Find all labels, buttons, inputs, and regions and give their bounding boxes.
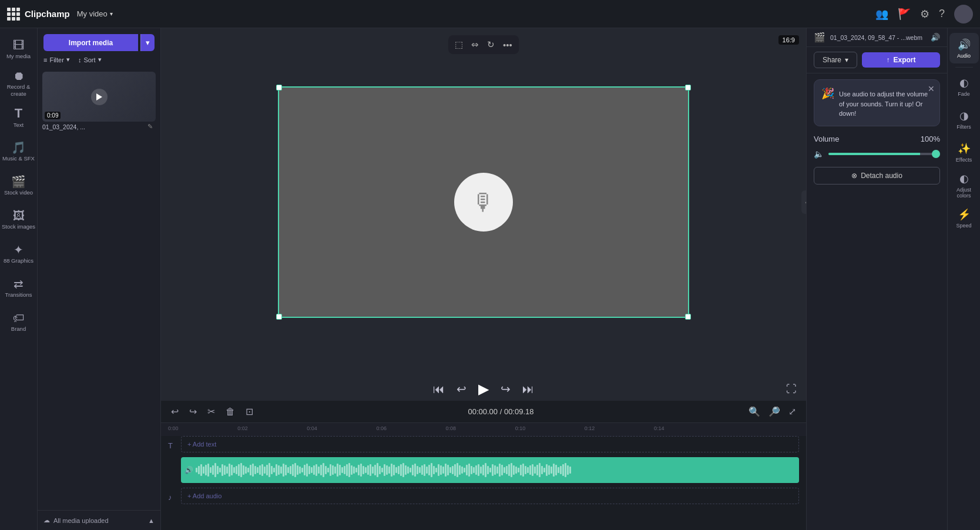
- ruler-mark: 0:12: [585, 425, 595, 431]
- more-options-button[interactable]: •••: [500, 38, 515, 52]
- ruler-mark: 0:04: [307, 425, 317, 431]
- rewind-button[interactable]: ↩: [457, 382, 466, 396]
- flag-button[interactable]: 🚩: [898, 8, 911, 21]
- share-button[interactable]: Share ▾: [814, 52, 857, 68]
- fade-icon: ◐: [959, 76, 969, 89]
- speed-panel-button[interactable]: ⚡ Speed: [949, 203, 979, 233]
- media-panel: Import media ▾ ≡ Filter ▾ ↕ Sort ▾: [38, 28, 161, 530]
- video-file-icon: 🎬: [814, 32, 825, 43]
- import-dropdown-button[interactable]: ▾: [140, 34, 155, 51]
- video-track-row: 🔊: [168, 457, 799, 485]
- import-button-row: Import media ▾: [43, 34, 155, 51]
- speed-icon: ⚡: [958, 208, 971, 221]
- sidebar-item-transitions[interactable]: ⇄ Transitions: [2, 271, 36, 304]
- sidebar-item-label: Text: [14, 122, 24, 128]
- sidebar-item-label: Transitions: [5, 291, 32, 298]
- audio-icon: 🔊: [958, 38, 971, 51]
- transitions-icon: ⇄: [14, 278, 24, 290]
- flip-button[interactable]: ⇔: [468, 38, 482, 52]
- audio-panel-button[interactable]: 🔊 Audio: [949, 33, 979, 63]
- sidebar-item-stock-video[interactable]: 🎬 Stock video: [2, 169, 36, 202]
- volume-slider[interactable]: [828, 153, 940, 155]
- adjust-colors-panel-button[interactable]: ◐ Adjust colors: [949, 170, 979, 200]
- audio-clip-container: 🔊: [181, 457, 799, 485]
- detach-audio-button[interactable]: ⊗ Detach audio: [814, 167, 940, 185]
- tooltip-close-button[interactable]: ✕: [928, 85, 935, 93]
- sidebar-item-label: 88 Graphics: [4, 257, 33, 264]
- rotate-button[interactable]: ↻: [484, 38, 498, 52]
- share-people-button[interactable]: 👥: [875, 8, 888, 21]
- undo-button[interactable]: ↩: [168, 404, 182, 419]
- crop-button[interactable]: ⬚: [452, 38, 466, 52]
- settings-button[interactable]: ⚙: [920, 8, 929, 21]
- fade-panel-button[interactable]: ◐ Fade: [949, 71, 979, 102]
- ruler-mark: 0:00: [168, 425, 179, 431]
- divider: [955, 67, 973, 68]
- timeline-toolbar: ↩ ↪ ✂ 🗑 ⊡ 00:00.00 / 00:09.18 🔍 🔎 ⤢: [161, 401, 806, 423]
- resize-handle-tl[interactable]: [276, 85, 282, 90]
- export-button[interactable]: ↑ Export: [862, 52, 940, 68]
- avatar[interactable]: [954, 5, 973, 24]
- zoom-in-button[interactable]: 🔎: [766, 404, 783, 419]
- video-canvas: 🎙: [278, 86, 689, 318]
- all-media-uploaded[interactable]: ☁ All media uploaded ▲: [38, 510, 160, 530]
- share-export-row: Share ▾ ↑ Export: [807, 47, 947, 73]
- ruler-mark: 0:02: [237, 425, 248, 431]
- audio-track-content: + Add audio: [181, 488, 799, 506]
- text-track-content: + Add text: [181, 436, 799, 455]
- redo-button[interactable]: ↪: [186, 404, 200, 419]
- project-title[interactable]: My video ▾: [77, 9, 113, 18]
- delete-button[interactable]: 🗑: [223, 405, 238, 419]
- sidebar-item-label: Brand: [11, 326, 26, 332]
- tooltip-text: Use audio to adjust the volume of your s…: [839, 89, 932, 119]
- volume-section: Volume 100% 🔈 ⊗ Detach audio: [807, 126, 947, 193]
- split-button[interactable]: ⊡: [243, 404, 256, 419]
- add-text-button[interactable]: + Add text: [181, 436, 799, 452]
- sidebar-item-label: My media: [6, 53, 31, 59]
- chevron-up-icon: ▲: [148, 517, 155, 524]
- sidebar-item-music-sfx[interactable]: 🎵 Music & SFX: [2, 135, 36, 168]
- resize-handle-tr[interactable]: [685, 85, 691, 90]
- aspect-ratio-badge: 16:9: [778, 35, 799, 45]
- import-media-button[interactable]: Import media: [43, 34, 138, 51]
- adjust-colors-icon: ◐: [959, 172, 969, 185]
- sidebar-item-my-media[interactable]: 🎞 My media: [2, 33, 36, 66]
- fast-forward-button[interactable]: ↪: [501, 382, 511, 396]
- fullscreen-button[interactable]: ⛶: [786, 383, 797, 395]
- resize-handle-bl[interactable]: [276, 314, 282, 320]
- ri-label: Audio: [957, 53, 971, 59]
- timeline-time-display: 00:00.00 / 00:09.18: [468, 407, 533, 416]
- filter-button[interactable]: ≡ Filter ▾: [43, 56, 70, 63]
- media-panel-header: Import media ▾ ≡ Filter ▾ ↕ Sort ▾: [38, 28, 160, 68]
- zoom-out-button[interactable]: 🔍: [746, 404, 763, 419]
- sidebar-item-record-create[interactable]: ⏺ Record &create: [2, 67, 36, 100]
- tooltip-emoji: 🎉: [821, 87, 834, 100]
- export-icon: ↑: [887, 56, 890, 64]
- clip-volume-icon: 🔊: [184, 466, 193, 474]
- edit-icon[interactable]: ✎: [147, 123, 156, 131]
- effects-panel-button[interactable]: ✨ Effects: [949, 137, 979, 167]
- fit-view-button[interactable]: ⤢: [786, 404, 799, 419]
- sidebar-item-brand-kit[interactable]: 🏷 Brand: [2, 306, 36, 338]
- filters-panel-button[interactable]: ◑ Filters: [949, 104, 979, 135]
- go-to-start-button[interactable]: ⏮: [433, 383, 445, 396]
- sidebar-item-text[interactable]: T Text: [2, 101, 36, 134]
- help-button[interactable]: ?: [939, 8, 945, 20]
- app-logo: Clipchamp: [7, 8, 70, 21]
- audio-clip[interactable]: 🔊: [181, 457, 799, 483]
- music-icon: 🎵: [11, 142, 26, 153]
- media-thumbnail[interactable]: 0:09 01_03_2024, ... ✎: [42, 72, 156, 132]
- sidebar-item-graphics[interactable]: ✦ 88 Graphics: [2, 237, 36, 270]
- play-pause-button[interactable]: ▶: [478, 381, 489, 397]
- sidebar-item-label: Stock images: [2, 223, 35, 230]
- add-audio-button[interactable]: + Add audio: [181, 488, 799, 504]
- duration-badge: 0:09: [45, 112, 61, 119]
- sidebar-item-stock-images[interactable]: 🖼 Stock images: [2, 203, 36, 236]
- sort-button[interactable]: ↕ Sort ▾: [78, 56, 102, 63]
- file-name-label: 01_03_2024, 09_58_47 - ...webm: [830, 34, 922, 41]
- go-to-end-button[interactable]: ⏭: [522, 383, 534, 396]
- collapse-right-panel-button[interactable]: ‹: [801, 190, 806, 214]
- resize-handle-br[interactable]: [685, 314, 691, 320]
- cut-button[interactable]: ✂: [204, 404, 218, 419]
- sidebar-item-label: Record &create: [7, 83, 31, 97]
